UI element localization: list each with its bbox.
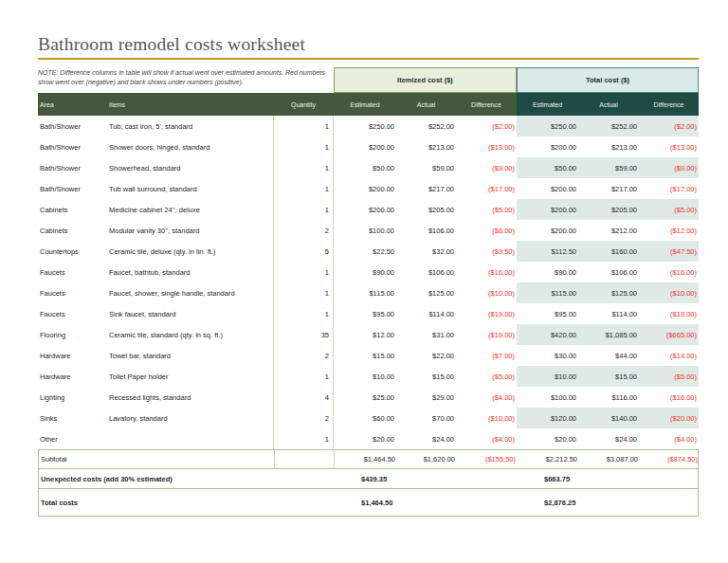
header-total-estimated[interactable]: Estimated bbox=[517, 93, 578, 116]
table-row[interactable]: Other 1 $20.00 $24.00 ($4.00) $20.00 $24… bbox=[38, 428, 699, 449]
cell-total-actual[interactable]: $1,085.00 bbox=[578, 324, 639, 345]
group-header-itemized-cost[interactable]: Itemized cost ($) bbox=[334, 67, 517, 93]
cell-itemized-difference[interactable]: ($19.00) bbox=[456, 324, 517, 345]
cell-itemized-estimated[interactable]: $15.00 bbox=[334, 345, 396, 366]
cell-quantity[interactable]: 2 bbox=[273, 408, 334, 428]
cell-total-difference[interactable]: ($16.00) bbox=[639, 387, 699, 408]
cell-total-actual[interactable]: $160.00 bbox=[578, 241, 639, 262]
cell-total-difference[interactable]: ($665.00) bbox=[639, 324, 699, 345]
table-row[interactable]: Hardware Toilet Paper holder 1 $10.00 $1… bbox=[38, 366, 699, 387]
table-row[interactable]: Hardware Towel bar, standard 2 $15.00 $2… bbox=[38, 345, 699, 366]
cell-itemized-actual[interactable]: $106.00 bbox=[396, 262, 456, 282]
table-row[interactable]: Bath/Shower Tub, cast iron, 5', standard… bbox=[38, 116, 699, 136]
cell-quantity[interactable]: 2 bbox=[273, 345, 334, 366]
cell-items[interactable]: Showerhead, standard bbox=[107, 157, 273, 178]
cell-quantity[interactable]: 1 bbox=[273, 136, 334, 157]
cell-itemized-actual[interactable]: $15.00 bbox=[396, 366, 456, 387]
cell-area[interactable]: Sinks bbox=[38, 408, 107, 428]
table-row[interactable]: Flooring Ceramic tile, standard (qty. in… bbox=[38, 324, 699, 345]
cell-items[interactable]: Toilet Paper holder bbox=[107, 366, 273, 387]
cell-itemized-actual[interactable]: $70.00 bbox=[396, 408, 456, 428]
cell-itemized-estimated[interactable]: $95.00 bbox=[334, 303, 396, 324]
table-row[interactable]: Faucets Faucet, shower, single handle, s… bbox=[38, 282, 699, 303]
cell-total-difference[interactable]: ($13.00) bbox=[639, 136, 699, 157]
cell-itemized-estimated[interactable]: $115.00 bbox=[334, 282, 396, 303]
cell-itemized-estimated[interactable]: $50.00 bbox=[334, 157, 396, 178]
cell-quantity[interactable]: 1 bbox=[273, 282, 334, 303]
cell-total-actual[interactable]: $59.00 bbox=[578, 157, 639, 178]
cell-itemized-estimated[interactable]: $200.00 bbox=[334, 199, 396, 220]
cell-items[interactable]: Sink faucet, standard bbox=[107, 303, 273, 324]
table-row[interactable]: Bath/Shower Shower doors, hinged, standa… bbox=[38, 136, 699, 157]
cell-total-actual[interactable]: $125.00 bbox=[578, 282, 639, 303]
cell-quantity[interactable]: 1 bbox=[273, 262, 334, 282]
cell-itemized-estimated[interactable]: $25.00 bbox=[334, 387, 396, 408]
table-row[interactable]: Lighting Recessed lights, standard 4 $25… bbox=[38, 387, 699, 408]
cell-itemized-difference[interactable]: ($2.00) bbox=[456, 116, 517, 136]
cell-itemized-difference[interactable]: ($13.00) bbox=[456, 136, 517, 157]
cell-quantity[interactable]: 2 bbox=[273, 220, 334, 241]
cell-area[interactable]: Faucets bbox=[38, 262, 107, 282]
cell-itemized-actual[interactable]: $24.00 bbox=[396, 428, 456, 449]
cell-total-difference[interactable]: ($5.00) bbox=[639, 199, 699, 220]
cell-itemized-actual[interactable]: $213.00 bbox=[396, 136, 456, 157]
header-itemized-actual[interactable]: Actual bbox=[396, 93, 456, 116]
cell-area[interactable]: Bath/Shower bbox=[38, 116, 107, 136]
cell-itemized-actual[interactable]: $32.00 bbox=[396, 241, 456, 262]
cell-itemized-difference[interactable]: ($6.00) bbox=[456, 220, 517, 241]
cell-itemized-estimated[interactable]: $90.00 bbox=[334, 262, 396, 282]
cell-area[interactable]: Bath/Shower bbox=[38, 157, 107, 178]
cell-items[interactable]: Shower doors, hinged, standard bbox=[107, 136, 273, 157]
cell-total-actual[interactable]: $252.00 bbox=[578, 116, 639, 136]
group-header-total-cost[interactable]: Total cost ($) bbox=[517, 67, 699, 93]
cell-area[interactable]: Hardware bbox=[38, 345, 107, 366]
cell-items[interactable] bbox=[107, 428, 273, 449]
cell-items[interactable]: Ceramic tile, deluxe (qty. in lin. ft.) bbox=[107, 241, 273, 262]
unexpected-itemized-estimated[interactable]: $439.35 bbox=[335, 469, 518, 488]
table-row[interactable]: Bath/Shower Showerhead, standard 1 $50.0… bbox=[38, 157, 699, 178]
cell-itemized-actual[interactable]: $22.00 bbox=[396, 345, 456, 366]
cell-area[interactable]: Cabinets bbox=[38, 199, 107, 220]
table-row[interactable]: Countertops Ceramic tile, deluxe (qty. i… bbox=[38, 241, 699, 262]
cell-itemized-estimated[interactable]: $100.00 bbox=[334, 220, 396, 241]
cell-items[interactable]: Tub, cast iron, 5', standard bbox=[107, 116, 273, 136]
table-row[interactable]: Cabinets Modular vanity 30'', standard 2… bbox=[38, 220, 699, 241]
cell-total-actual[interactable]: $205.00 bbox=[578, 199, 639, 220]
cell-total-estimated[interactable]: $120.00 bbox=[517, 408, 578, 428]
cell-itemized-difference[interactable]: ($10.00) bbox=[456, 282, 517, 303]
header-quantity[interactable]: Quantity bbox=[273, 93, 334, 116]
header-itemized-difference[interactable]: Difference bbox=[456, 93, 517, 116]
cell-total-difference[interactable]: ($10.00) bbox=[639, 282, 699, 303]
cell-area[interactable]: Hardware bbox=[38, 366, 107, 387]
subtotal-total-estimated[interactable]: $2,212.50 bbox=[518, 450, 579, 468]
cell-total-actual[interactable]: $44.00 bbox=[578, 345, 639, 366]
table-row[interactable]: Sinks Lavatory, standard 2 $60.00 $70.00… bbox=[38, 408, 699, 428]
cell-total-actual[interactable]: $213.00 bbox=[578, 136, 639, 157]
cell-total-difference[interactable]: ($4.00) bbox=[639, 428, 699, 449]
cell-items[interactable]: Faucet, shower, single handle, standard bbox=[107, 282, 273, 303]
cell-quantity[interactable]: 4 bbox=[273, 387, 334, 408]
cell-items[interactable]: Lavatory, standard bbox=[107, 408, 273, 428]
table-row[interactable]: Cabinets Medicine cabinet 24'', deluxe 1… bbox=[38, 199, 699, 220]
cell-items[interactable]: Ceramic tile, standard (qty. in sq. ft.) bbox=[107, 324, 273, 345]
cell-itemized-difference[interactable]: ($7.00) bbox=[456, 345, 517, 366]
cell-quantity[interactable]: 35 bbox=[273, 324, 334, 345]
cell-itemized-estimated[interactable]: $22.50 bbox=[334, 241, 396, 262]
table-row[interactable]: Bath/Shower Tub wall surround, standard … bbox=[38, 178, 699, 199]
cell-items[interactable]: Tub wall surround, standard bbox=[107, 178, 273, 199]
cell-total-difference[interactable]: ($9.00) bbox=[639, 157, 699, 178]
cell-total-estimated[interactable]: $200.00 bbox=[517, 178, 578, 199]
cell-quantity[interactable]: 1 bbox=[273, 303, 334, 324]
cell-total-estimated[interactable]: $420.00 bbox=[517, 324, 578, 345]
cell-area[interactable]: Bath/Shower bbox=[38, 136, 107, 157]
cell-itemized-actual[interactable]: $106.00 bbox=[396, 220, 456, 241]
cell-total-actual[interactable]: $15.00 bbox=[578, 366, 639, 387]
cell-itemized-difference[interactable]: ($16.00) bbox=[456, 262, 517, 282]
cell-total-estimated[interactable]: $30.00 bbox=[517, 345, 578, 366]
cell-total-difference[interactable]: ($17.00) bbox=[639, 178, 699, 199]
cell-items[interactable]: Faucet, bathtub, standard bbox=[107, 262, 273, 282]
cell-total-actual[interactable]: $217.00 bbox=[578, 178, 639, 199]
cell-total-difference[interactable]: ($20.00) bbox=[639, 408, 699, 428]
header-itemized-estimated[interactable]: Estimated bbox=[334, 93, 396, 116]
cell-itemized-actual[interactable]: $252.00 bbox=[396, 116, 456, 136]
